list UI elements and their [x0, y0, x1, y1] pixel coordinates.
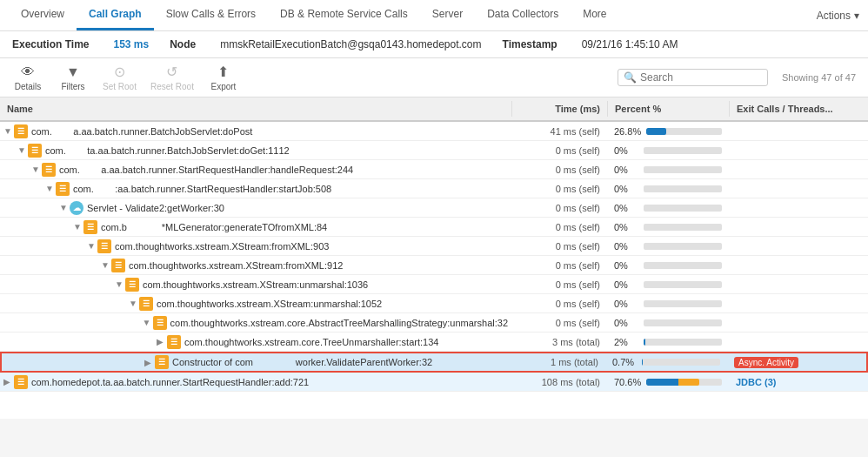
row-exit: [729, 321, 868, 325]
execution-bar: Execution Time 153 ms Node mmskRetailExe…: [0, 31, 868, 58]
row-exit: [729, 130, 868, 133]
expand-icon[interactable]: ▼: [143, 318, 151, 327]
table-row[interactable]: ▼ ☰ com. :aa.batch.runner.StartRequestHa…: [0, 179, 868, 198]
col-header-name: Name: [0, 101, 511, 117]
row-name: ▶ ☰ com.thoughtworks.xstream.core.TreeUn…: [0, 333, 511, 351]
expand-icon[interactable]: ▼: [45, 184, 54, 193]
row-percent: 0%: [607, 259, 729, 272]
row-time: 0 ms (self): [511, 316, 607, 330]
expand-icon[interactable]: ▼: [31, 165, 40, 174]
expand-icon[interactable]: ▼: [3, 126, 12, 136]
search-box[interactable]: 🔍: [618, 69, 768, 86]
export-button[interactable]: ⬆ Export: [208, 64, 239, 91]
expand-icon[interactable]: ▶: [3, 377, 12, 386]
node-icon: ☰: [14, 124, 28, 138]
execution-time-value: 153 ms: [113, 38, 149, 50]
expand-icon[interactable]: ▼: [101, 260, 110, 270]
table-row[interactable]: ▼ ☰ com.thoughtworks.xstream.XStream:unm…: [0, 294, 868, 313]
row-time: 0 ms (self): [511, 278, 607, 292]
row-name: ▶ ☰ com.homedepot.ta.aa.batch.runner.Sta…: [0, 373, 511, 391]
table-row[interactable]: ▶ ☰ com.thoughtworks.xstream.core.TreeUn…: [0, 333, 868, 352]
tab-callgraph[interactable]: Call Graph: [77, 0, 154, 30]
export-label: Export: [211, 82, 237, 91]
table-row[interactable]: ▼ ☰ com. ta.aa.batch.runner.BatchJobServ…: [0, 141, 868, 160]
row-name: ▶ ☰ Constructor of com worker.ValidatePa…: [2, 353, 510, 371]
expand-icon[interactable]: ▼: [87, 241, 96, 251]
table-row[interactable]: ▼ ☰ com. a.aa.batch.runner.StartRequestH…: [0, 160, 868, 179]
tab-datacollectors[interactable]: Data Collectors: [475, 0, 571, 30]
row-name: ▼ ☰ com. a.aa.batch.runner.StartRequestH…: [0, 161, 511, 178]
expand-icon[interactable]: ▼: [129, 299, 137, 308]
row-name: ▼ ☰ com.thoughtworks.xstream.XStream:fro…: [0, 257, 511, 274]
node-icon: ☰: [28, 144, 42, 158]
node-icon: ☰: [167, 335, 181, 349]
actions-button[interactable]: Actions ▾: [817, 10, 859, 22]
row-time: 0 ms (self): [511, 239, 607, 253]
search-icon: 🔍: [624, 71, 637, 84]
chevron-down-icon: ▾: [854, 10, 859, 22]
node-icon: ☰: [83, 220, 97, 234]
table-row[interactable]: ▼ ☰ com.thoughtworks.xstream.XStream:fro…: [0, 256, 868, 275]
expand-icon[interactable]: ▼: [59, 203, 68, 212]
jdbc-badge: JDBC (3): [736, 377, 776, 387]
table-row[interactable]: ▼ ☰ com.thoughtworks.xstream.XStream:unm…: [0, 275, 868, 294]
row-exit: [729, 264, 868, 267]
row-name: ▼ ☰ com.thoughtworks.xstream.XStream:unm…: [0, 295, 511, 313]
set-root-label: Set Root: [103, 82, 137, 91]
expand-icon[interactable]: ▶: [157, 337, 165, 346]
details-button[interactable]: 👁 Details: [12, 64, 43, 91]
node-icon: ☰: [155, 355, 169, 369]
table-row[interactable]: ▼ ☰ com.thoughtworks.xstream.core.Abstra…: [0, 313, 868, 333]
timestamp-label: Timestamp: [503, 38, 558, 50]
tab-db[interactable]: DB & Remote Service Calls: [268, 0, 420, 30]
export-icon: ⬆: [217, 64, 229, 80]
table-row[interactable]: ▼ ☰ com.thoughtworks.xstream.XStream:fro…: [0, 237, 868, 256]
table-row[interactable]: ▼ ☁ Servlet - Validate2:getWorker:30 0 m…: [0, 198, 868, 218]
table-row[interactable]: ▼ ☰ com. a.aa.batch.runner.BatchJobServl…: [0, 122, 868, 141]
row-name: ▼ ☰ com.thoughtworks.xstream.core.Abstra…: [0, 314, 511, 332]
row-time: 0 ms (self): [511, 220, 607, 234]
execution-time-label: Execution Time: [12, 38, 89, 50]
row-name: ▼ ☰ com. ta.aa.batch.runner.BatchJobServ…: [0, 142, 511, 159]
set-root-button[interactable]: ⊙ Set Root: [103, 64, 137, 91]
row-exit: [729, 149, 868, 152]
row-percent: 26.8%: [607, 124, 729, 138]
row-percent: 0%: [607, 220, 729, 234]
expand-icon[interactable]: ▼: [73, 222, 82, 232]
reset-root-icon: ↺: [166, 64, 177, 80]
expand-icon[interactable]: ▶: [144, 358, 153, 367]
row-exit: [729, 245, 868, 248]
tab-server[interactable]: Server: [420, 0, 475, 30]
row-name: ▼ ☰ com.thoughtworks.xstream.XStream:unm…: [0, 276, 511, 293]
node-icon: ☰: [56, 182, 70, 196]
row-percent: 0%: [607, 316, 729, 330]
row-percent: 0%: [607, 144, 729, 158]
row-time: 0 ms (self): [511, 182, 607, 196]
table-row-highlighted[interactable]: ▶ ☰ Constructor of com worker.ValidatePa…: [0, 352, 868, 373]
row-exit: [729, 206, 868, 210]
node-icon: ☰: [153, 316, 167, 330]
filters-button[interactable]: ▼ Filters: [57, 64, 89, 91]
row-exit-jdbc: JDBC (3): [729, 375, 868, 389]
table-row[interactable]: ▶ ☰ com.homedepot.ta.aa.batch.runner.Sta…: [0, 373, 868, 392]
node-icon: ☰: [111, 259, 125, 272]
search-input[interactable]: [640, 71, 762, 84]
tab-slowcalls[interactable]: Slow Calls & Errors: [154, 0, 268, 30]
showing-count: Showing 47 of 47: [782, 72, 856, 83]
table-row[interactable]: ▼ ☰ com.b *MLGenerator:generateTOfromXML…: [0, 218, 868, 237]
expand-icon[interactable]: ▼: [115, 279, 124, 289]
row-time: 3 ms (total): [511, 335, 607, 349]
row-name: ▼ ☁ Servlet - Validate2:getWorker:30: [0, 199, 511, 217]
reset-root-label: Reset Root: [150, 82, 194, 91]
row-percent: 0%: [607, 278, 729, 292]
expand-icon[interactable]: ▼: [17, 145, 26, 155]
tab-more[interactable]: More: [571, 0, 618, 30]
call-graph-table: Name Time (ms) Percent % Exit Calls / Th…: [0, 97, 868, 419]
table-header: Name Time (ms) Percent % Exit Calls / Th…: [0, 97, 868, 122]
row-time: 0 ms (self): [511, 259, 607, 272]
node-label: Node: [170, 38, 196, 50]
tab-overview[interactable]: Overview: [9, 0, 77, 30]
reset-root-button[interactable]: ↺ Reset Root: [150, 64, 194, 91]
node-icon: ☰: [125, 278, 139, 292]
node-value: mmskRetailExecutionBatch@gsqa0143.homede…: [220, 38, 481, 50]
